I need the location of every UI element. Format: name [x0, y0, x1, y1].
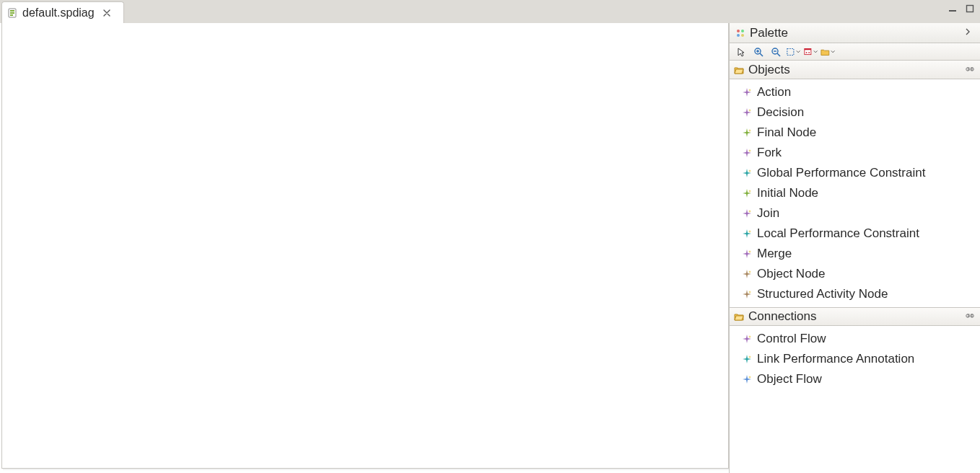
- node-type-icon: [743, 270, 751, 278]
- palette-item[interactable]: Action: [730, 82, 980, 102]
- node-type-icon: [743, 355, 751, 363]
- palette-item[interactable]: Initial Node: [730, 183, 980, 203]
- node-type-icon: [743, 290, 751, 299]
- palette-title: Palette: [750, 26, 960, 40]
- palette-item-label: Global Performance Constraint: [757, 166, 925, 180]
- palette-panel: Palette ObjectsActionDecisionFinal NodeF…: [729, 23, 980, 473]
- palette-sections: ObjectsActionDecisionFinal NodeForkGloba…: [730, 61, 980, 392]
- palette-icon: [735, 28, 745, 38]
- palette-toolbar: [730, 43, 980, 61]
- node-type-icon: [743, 128, 751, 137]
- palette-section-items: ActionDecisionFinal NodeForkGlobal Perfo…: [730, 79, 980, 307]
- section-pin-icon[interactable]: [966, 65, 976, 75]
- palette-section-connections[interactable]: Connections: [730, 307, 980, 326]
- palette-item[interactable]: Final Node: [730, 123, 980, 143]
- palette-item-label: Control Flow: [757, 332, 826, 346]
- palette-item[interactable]: Control Flow: [730, 329, 980, 349]
- palette-item-label: Final Node: [757, 125, 816, 140]
- folder-tool-icon[interactable]: [821, 45, 835, 58]
- svg-rect-2: [10, 12, 14, 14]
- palette-section-label: Connections: [748, 309, 961, 324]
- minimize-view-button[interactable]: [947, 3, 958, 14]
- palette-collapse-arrow-icon[interactable]: [964, 28, 974, 38]
- palette-section-items: Control FlowLink Performance AnnotationO…: [730, 326, 980, 392]
- tab-close-button[interactable]: [102, 8, 112, 18]
- palette-item-label: Fork: [757, 146, 782, 160]
- svg-point-7: [741, 30, 744, 32]
- node-type-icon: [743, 335, 751, 343]
- svg-point-9: [741, 34, 744, 37]
- svg-point-6: [737, 30, 740, 32]
- palette-item[interactable]: Fork: [730, 143, 980, 163]
- editor-tab[interactable]: default.spdiag: [1, 1, 124, 23]
- svg-rect-5: [967, 6, 974, 12]
- palette-item-label: Initial Node: [757, 186, 818, 200]
- node-type-icon: [743, 189, 751, 198]
- palette-item[interactable]: Decision: [730, 102, 980, 123]
- palette-item-label: Decision: [757, 105, 804, 120]
- editor-tabbar: default.spdiag: [0, 0, 980, 23]
- editor-tab-label: default.spdiag: [22, 6, 95, 19]
- node-type-icon: [743, 229, 751, 238]
- palette-header[interactable]: Palette: [730, 23, 980, 43]
- palette-item-label: Object Flow: [757, 372, 822, 386]
- palette-item-label: Link Performance Annotation: [757, 352, 914, 366]
- svg-point-21: [808, 52, 810, 53]
- node-type-icon: [743, 209, 751, 218]
- palette-item-label: Local Performance Constraint: [757, 226, 919, 241]
- svg-rect-3: [10, 14, 13, 16]
- svg-rect-4: [949, 10, 956, 12]
- marquee-tool-icon[interactable]: [786, 45, 800, 58]
- svg-point-20: [806, 52, 808, 53]
- view-window-controls: [947, 3, 976, 14]
- palette-item-label: Join: [757, 206, 779, 221]
- svg-rect-19: [805, 48, 811, 50]
- palette-item[interactable]: Structured Activity Node: [730, 284, 980, 304]
- node-type-icon: [743, 149, 751, 157]
- node-type-icon: [743, 375, 751, 384]
- palette-item[interactable]: Local Performance Constraint: [730, 224, 980, 244]
- palette-item[interactable]: Object Node: [730, 264, 980, 284]
- svg-rect-17: [787, 48, 794, 55]
- maximize-view-button[interactable]: [964, 3, 976, 14]
- svg-point-8: [737, 34, 740, 37]
- node-type-icon: [743, 108, 751, 117]
- zoom-in-icon[interactable]: [751, 45, 766, 58]
- diagram-file-icon: [8, 8, 18, 18]
- node-type-icon: [743, 169, 751, 177]
- folder-open-icon: [734, 65, 744, 75]
- node-type-icon: [743, 88, 751, 97]
- palette-item-label: Structured Activity Node: [757, 287, 888, 301]
- svg-line-15: [777, 53, 780, 56]
- palette-section-label: Objects: [748, 63, 961, 77]
- zoom-out-icon[interactable]: [769, 45, 783, 58]
- palette-item[interactable]: Merge: [730, 244, 980, 264]
- palette-item-label: Object Node: [757, 267, 826, 281]
- palette-item[interactable]: Join: [730, 203, 980, 224]
- palette-item-label: Merge: [757, 247, 792, 261]
- node-type-icon: [743, 249, 751, 258]
- palette-item-label: Action: [757, 85, 791, 100]
- svg-rect-1: [10, 10, 14, 12]
- palette-item[interactable]: Link Performance Annotation: [730, 349, 980, 369]
- palette-item[interactable]: Global Performance Constraint: [730, 163, 980, 183]
- section-pin-icon[interactable]: [966, 311, 976, 322]
- select-tool-icon[interactable]: [734, 45, 748, 58]
- note-tool-icon[interactable]: [803, 45, 818, 58]
- folder-open-icon: [734, 311, 744, 322]
- palette-section-objects[interactable]: Objects: [730, 61, 980, 79]
- palette-item[interactable]: Object Flow: [730, 369, 980, 389]
- diagram-canvas[interactable]: [1, 23, 729, 469]
- svg-line-11: [760, 53, 763, 56]
